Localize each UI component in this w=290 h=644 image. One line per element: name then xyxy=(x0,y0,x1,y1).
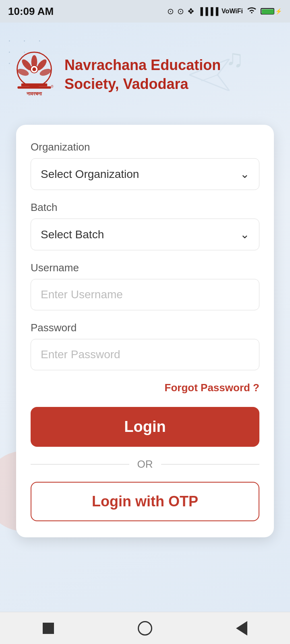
or-left-line xyxy=(31,464,129,464)
or-text: OR xyxy=(137,458,153,471)
notification-icon: ⊙ xyxy=(177,6,184,16)
status-bar: 10:09 AM ⊙ ⊙ ❖ ▐▐▐▐ VoWiFi ⚡ xyxy=(0,0,290,23)
svg-rect-11 xyxy=(21,83,48,86)
back-icon xyxy=(236,621,247,636)
org-name-text: Navrachana Education Society, Vadodara xyxy=(64,56,278,94)
batch-dropdown[interactable]: Select Batch ⌄ xyxy=(31,219,259,250)
battery-charging-icon: ⚡ xyxy=(275,8,282,14)
signal-icon: ▐▐▐▐ xyxy=(198,7,218,16)
username-field-group: Username xyxy=(31,262,259,322)
svg-text:नावरचना: नावरचना xyxy=(26,91,42,97)
logo-container: नावरचना ® Navrachana Education Society, … xyxy=(12,51,278,99)
username-label: Username xyxy=(31,262,259,274)
recent-apps-icon xyxy=(43,623,54,634)
password-label: Password xyxy=(31,322,259,334)
forgot-password-container: Forgot Password ? xyxy=(31,382,259,394)
home-button[interactable] xyxy=(135,618,155,638)
recent-apps-button[interactable] xyxy=(38,618,58,638)
password-field-group: Password xyxy=(31,322,259,382)
status-time: 10:09 AM xyxy=(8,5,54,18)
organization-chevron-down-icon: ⌄ xyxy=(240,167,249,181)
svg-text:®: ® xyxy=(51,85,54,89)
or-right-line xyxy=(161,464,260,464)
batch-chevron-down-icon: ⌄ xyxy=(240,228,249,241)
wifi-icon xyxy=(246,6,257,17)
vowifi-label: VoWiFi xyxy=(222,8,243,15)
layers-icon: ❖ xyxy=(187,6,195,16)
login-card: Organization Select Organization ⌄ Batch… xyxy=(16,125,274,537)
otp-login-button[interactable]: Login with OTP xyxy=(31,482,259,521)
organization-field-group: Organization Select Organization ⌄ xyxy=(31,141,259,190)
navrachana-logo: नावरचना ® xyxy=(12,51,56,99)
header-area: नावरचना ® Navrachana Education Society, … xyxy=(0,23,290,127)
home-icon xyxy=(138,621,152,636)
batch-dropdown-value: Select Batch xyxy=(41,228,104,241)
batch-field-group: Batch Select Batch ⌄ xyxy=(31,201,259,250)
login-button[interactable]: Login xyxy=(31,407,259,447)
password-input[interactable] xyxy=(31,339,259,370)
or-divider: OR xyxy=(31,458,259,471)
location-icon: ⊙ xyxy=(167,6,174,16)
forgot-password-link[interactable]: Forgot Password ? xyxy=(165,382,259,394)
back-button[interactable] xyxy=(232,618,252,638)
svg-point-10 xyxy=(32,68,36,71)
organization-dropdown[interactable]: Select Organization ⌄ xyxy=(31,158,259,190)
battery-icon: ⚡ xyxy=(261,8,282,14)
bottom-nav-bar xyxy=(0,612,290,644)
svg-rect-12 xyxy=(17,87,51,89)
organization-label: Organization xyxy=(31,141,259,153)
status-icons-group: ⊙ ⊙ ❖ ▐▐▐▐ VoWiFi ⚡ xyxy=(167,6,282,17)
batch-label: Batch xyxy=(31,201,259,214)
organization-dropdown-value: Select Organization xyxy=(41,168,139,181)
username-input[interactable] xyxy=(31,279,259,310)
